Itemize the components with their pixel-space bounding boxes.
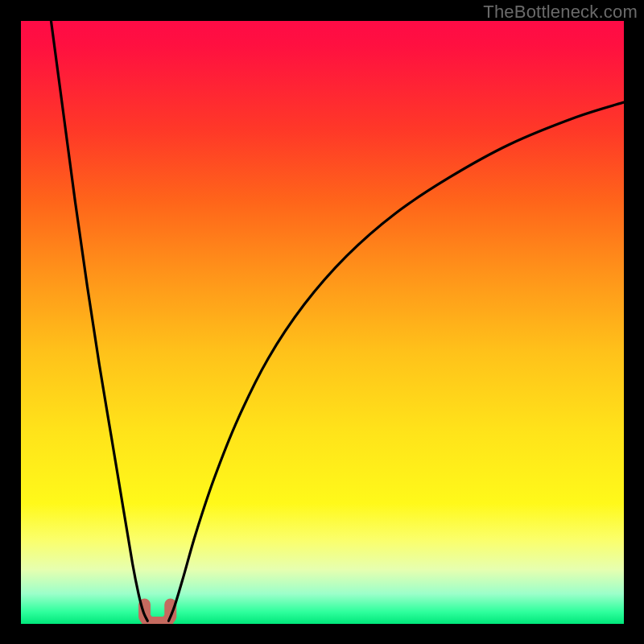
plot-area <box>21 21 624 624</box>
chart-frame: TheBottleneck.com <box>0 0 644 644</box>
curve-layer <box>21 21 624 624</box>
right-branch-curve <box>169 102 624 621</box>
watermark-text: TheBottleneck.com <box>483 2 638 23</box>
left-branch-curve <box>51 21 147 621</box>
